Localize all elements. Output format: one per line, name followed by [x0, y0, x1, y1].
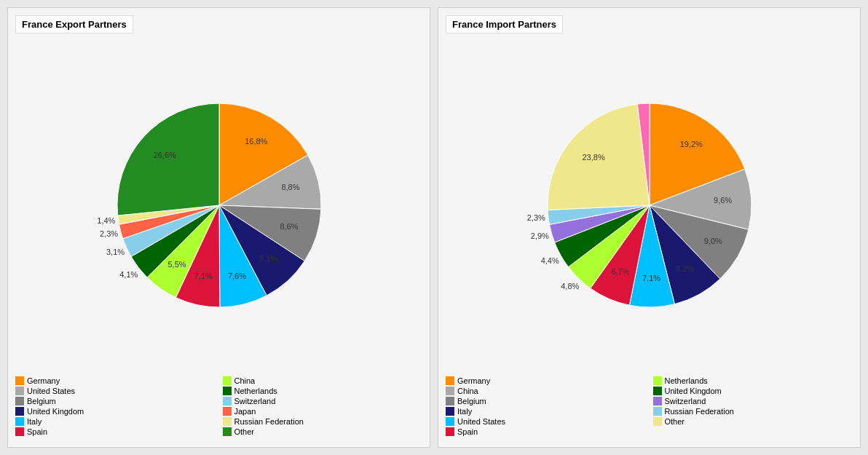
- legend-color-box: [15, 387, 24, 395]
- legend-label: China: [234, 376, 256, 385]
- legend-color-box: [15, 376, 24, 385]
- svg-text:4,8%: 4,8%: [561, 282, 579, 290]
- legend-item: China: [446, 387, 646, 395]
- svg-text:26,6%: 26,6%: [153, 151, 175, 159]
- legend-color-box: [223, 387, 232, 395]
- legend-color-box: [15, 407, 24, 416]
- legend-label: Spain: [27, 427, 47, 436]
- legend-label: United States: [27, 387, 75, 395]
- legend-item: Other: [653, 417, 853, 426]
- export-pie-chart: 16,8%8,8%8,6%8,1%7,6%7,1%5,5%4,1%3,1%2,3…: [59, 82, 379, 329]
- svg-text:5,5%: 5,5%: [167, 260, 186, 269]
- legend-color-box: [653, 387, 662, 395]
- legend-color-box: [653, 417, 662, 426]
- legend-label: United Kingdom: [665, 387, 722, 395]
- import-chart-area: 19,2%9,6%9,0%8,2%7,1%6,7%4,8%4,4%2,9%2,3…: [446, 37, 853, 373]
- legend-item: Italy: [446, 407, 646, 416]
- svg-text:23,8%: 23,8%: [582, 152, 604, 161]
- import-title: France Import Partners: [446, 15, 563, 33]
- svg-text:8,6%: 8,6%: [280, 222, 298, 231]
- legend-color-box: [446, 417, 454, 426]
- legend-item: Belgium: [446, 397, 646, 405]
- svg-text:1,4%: 1,4%: [97, 216, 115, 225]
- legend-color-box: [446, 407, 454, 416]
- legend-item: Russian Federation: [223, 417, 423, 426]
- legend-color-box: [446, 427, 454, 436]
- legend-item: United Kingdom: [653, 387, 853, 395]
- legend-color-box: [223, 407, 232, 416]
- svg-text:4,1%: 4,1%: [119, 269, 138, 278]
- legend-color-box: [653, 376, 662, 385]
- legend-label: Germany: [457, 376, 490, 385]
- legend-color-box: [446, 397, 454, 405]
- legend-item: Belgium: [15, 397, 216, 405]
- legend-item: Netherlands: [653, 376, 853, 385]
- import-legend: GermanyNetherlandsChinaUnited KingdomBel…: [446, 373, 853, 440]
- legend-item: Germany: [446, 376, 646, 385]
- legend-item: Spain: [15, 427, 216, 436]
- legend-color-box: [223, 417, 232, 426]
- legend-color-box: [223, 427, 232, 436]
- legend-label: Belgium: [457, 397, 486, 405]
- legend-label: Russian Federation: [234, 417, 304, 426]
- legend-label: Japan: [234, 407, 256, 416]
- legend-label: Other: [665, 417, 685, 426]
- legend-item: Switzerland: [223, 397, 423, 405]
- svg-text:7,6%: 7,6%: [227, 271, 245, 280]
- legend-item: Russian Federation: [653, 407, 853, 416]
- legend-item: Netherlands: [223, 387, 423, 395]
- svg-text:8,8%: 8,8%: [281, 183, 299, 191]
- legend-label: Belgium: [27, 397, 56, 405]
- svg-text:2,9%: 2,9%: [530, 232, 548, 240]
- legend-item: Italy: [15, 417, 216, 426]
- legend-item: United States: [446, 417, 646, 426]
- legend-color-box: [15, 397, 24, 405]
- legend-item: Japan: [223, 407, 423, 416]
- legend-color-box: [446, 387, 454, 395]
- legend-label: China: [457, 387, 478, 395]
- svg-text:3,1%: 3,1%: [106, 248, 124, 256]
- main-container: France Export Partners 16,8%8,8%8,6%8,1%…: [0, 0, 868, 455]
- export-title: France Export Partners: [15, 15, 133, 33]
- legend-label: Netherlands: [234, 387, 277, 395]
- legend-label: Spain: [457, 427, 478, 436]
- export-panel: France Export Partners 16,8%8,8%8,6%8,1%…: [7, 7, 430, 448]
- legend-item: United Kingdom: [15, 407, 216, 416]
- legend-color-box: [653, 397, 662, 405]
- legend-label: Italy: [27, 417, 42, 426]
- legend-color-box: [653, 407, 662, 416]
- legend-color-box: [15, 417, 24, 426]
- legend-label: Switzerland: [665, 397, 706, 405]
- svg-text:16,8%: 16,8%: [245, 136, 267, 145]
- svg-text:7,1%: 7,1%: [194, 272, 212, 280]
- legend-label: Other: [234, 427, 255, 436]
- legend-color-box: [223, 376, 232, 385]
- svg-text:8,1%: 8,1%: [259, 254, 277, 263]
- export-chart-area: 16,8%8,8%8,6%8,1%7,6%7,1%5,5%4,1%3,1%2,3…: [15, 37, 422, 373]
- svg-text:2,3%: 2,3%: [526, 213, 545, 222]
- import-panel: France Import Partners 19,2%9,6%9,0%8,2%…: [438, 7, 861, 448]
- svg-text:9,0%: 9,0%: [703, 237, 722, 245]
- legend-label: Netherlands: [665, 376, 708, 385]
- svg-text:2,3%: 2,3%: [99, 229, 117, 238]
- legend-item: United States: [15, 387, 216, 395]
- legend-label: Russian Federation: [665, 407, 734, 416]
- legend-color-box: [223, 397, 232, 405]
- svg-text:8,2%: 8,2%: [676, 264, 694, 273]
- svg-text:19,2%: 19,2%: [679, 139, 702, 148]
- legend-label: Italy: [457, 407, 472, 416]
- svg-text:6,7%: 6,7%: [611, 267, 629, 276]
- legend-label: Switzerland: [234, 397, 276, 405]
- legend-label: Germany: [27, 376, 60, 385]
- legend-label: United Kingdom: [27, 407, 84, 416]
- svg-text:7,1%: 7,1%: [642, 273, 660, 282]
- legend-item: China: [223, 376, 423, 385]
- legend-item: Switzerland: [653, 397, 853, 405]
- svg-text:4,4%: 4,4%: [540, 256, 559, 264]
- legend-item: Germany: [15, 376, 216, 385]
- export-legend: GermanyChinaUnited StatesNetherlandsBelg…: [15, 373, 422, 440]
- import-pie-chart: 19,2%9,6%9,0%8,2%7,1%6,7%4,8%4,4%2,9%2,3…: [489, 82, 810, 329]
- legend-color-box: [15, 427, 24, 436]
- svg-text:9,6%: 9,6%: [714, 195, 732, 204]
- legend-label: United States: [457, 417, 505, 426]
